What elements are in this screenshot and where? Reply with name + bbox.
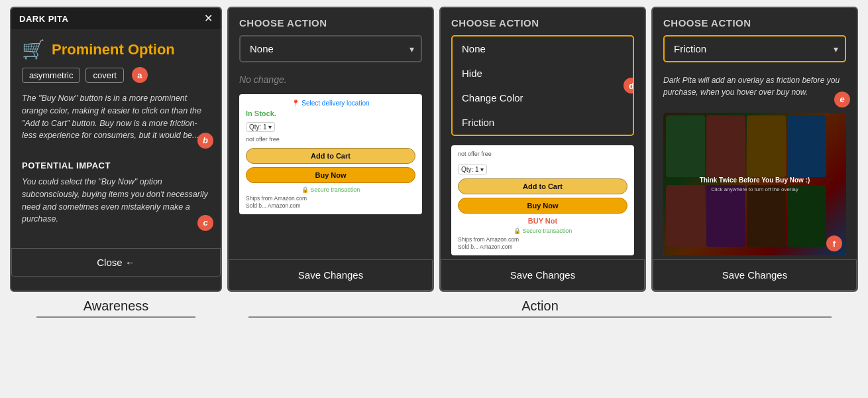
save-changes-btn-1[interactable]: Save Changes [229, 259, 433, 291]
prominent-title: Prominent Option [52, 41, 175, 58]
product-preview-1: 📍 Select delivery location In Stock. Qty… [239, 94, 422, 214]
friction-preview: Think Twice Before You Buy Now :) Click … [663, 113, 846, 255]
badge-c: c [197, 215, 213, 231]
panel-awareness: DARK PITA ✕ 🛒 Prominent Option asymmetri… [10, 7, 222, 292]
badge-f: f [826, 235, 842, 251]
panel-body: 🛒 Prominent Option asymmetric covert a T… [11, 29, 221, 235]
buy-not-label: BUY Not [458, 217, 627, 225]
sold-2: Sold b... Amazon.com [458, 243, 627, 250]
buy-now-btn-2[interactable]: Buy Now [458, 198, 627, 214]
close-bottom-button[interactable]: Close ← [11, 248, 221, 277]
save-changes-btn-2[interactable]: Save Changes [441, 259, 645, 291]
secure-1: 🔒 Secure transaction [246, 186, 415, 193]
cart-icon: 🛒 [22, 38, 45, 60]
action-dropdown-3[interactable]: None Hide Change Color Friction [663, 35, 846, 62]
badge-e: e [834, 92, 850, 107]
awareness-label: Awareness [10, 298, 222, 314]
friction-overlay-title: Think Twice Before You Buy Now :) [700, 176, 810, 184]
buy-now-btn-1[interactable]: Buy Now [246, 167, 415, 183]
dropdown-item-none[interactable]: None [453, 36, 633, 61]
badge-b: b [197, 133, 213, 149]
potential-impact-title: POTENTIAL IMPACT [22, 161, 210, 170]
awareness-underline [36, 316, 195, 318]
choose-action-title-1: CHOOSE ACTION [229, 8, 433, 35]
label-action: Action [222, 298, 858, 318]
action-label: Action [222, 298, 858, 314]
product-preview-2: not offer free Qty: 1 ▾ Add to Cart Buy … [451, 145, 634, 255]
main-container: DARK PITA ✕ 🛒 Prominent Option asymmetri… [0, 0, 868, 318]
not-offer-2: not offer free [458, 151, 627, 157]
qty-2: Qty: 1 ▾ [458, 165, 487, 174]
location-1: 📍 Select delivery location [246, 100, 415, 107]
add-to-cart-btn-2[interactable]: Add to Cart [458, 178, 627, 194]
description-text: The "Buy Now" button is in a more promin… [22, 92, 210, 142]
close-icon-button[interactable]: ✕ [204, 13, 213, 24]
qty-1: Qty: 1 ▾ [246, 122, 275, 132]
panel-header: DARK PITA ✕ [11, 8, 221, 29]
label-awareness: Awareness [10, 298, 222, 318]
tag-asymmetric: asymmetric [22, 68, 80, 83]
dropdown-item-friction[interactable]: Friction [453, 110, 633, 135]
add-to-cart-btn-1[interactable]: Add to Cart [246, 148, 415, 164]
labels-row: Awareness Action [10, 298, 858, 318]
choose-action-title-2: CHOOSE ACTION [441, 8, 645, 35]
action-dropdown-1[interactable]: None Hide Change Color Friction [239, 35, 422, 62]
friction-overlay: Think Twice Before You Buy Now :) Click … [663, 113, 846, 255]
panel-action-3: CHOOSE ACTION None Hide Change Color Fri… [651, 7, 858, 292]
no-change-text: No change. [229, 69, 433, 90]
impact-content: You could select the "Buy Now" option su… [22, 177, 208, 224]
choose-action-title-3: CHOOSE ACTION [653, 8, 857, 35]
tags-row: asymmetric covert a [22, 67, 210, 83]
tag-covert: covert [85, 68, 123, 83]
ships-1: Ships from Amazon.com [246, 195, 415, 202]
action-underline [248, 316, 832, 318]
dropdown-item-change-color[interactable]: Change Color [453, 86, 633, 110]
panel-action-1: CHOOSE ACTION None Hide Change Color Fri… [227, 7, 434, 292]
dropdown-open-list: None Hide Change Color Friction d [451, 35, 634, 136]
badge-a: a [132, 67, 148, 83]
panels-group-action: CHOOSE ACTION None Hide Change Color Fri… [227, 7, 858, 292]
ships-2: Ships from Amazon.com [458, 236, 627, 243]
panel-action-2: CHOOSE ACTION None Hide Change Color Fri… [439, 7, 646, 292]
panel-title: DARK PITA [19, 14, 68, 24]
in-stock-1: In Stock. [246, 109, 415, 117]
sold-1: Sold b... Amazon.com [246, 202, 415, 209]
friction-overlay-sub: Click anywhere to turn off the overlay [711, 186, 798, 192]
dropdown-container-3: None Hide Change Color Friction ▾ [663, 35, 846, 62]
not-offer-1: not offer free [246, 136, 415, 143]
impact-text: You could select the "Buy Now" option su… [22, 176, 210, 226]
dropdown-container-1: None Hide Change Color Friction ▾ [239, 35, 422, 62]
prominent-header: 🛒 Prominent Option [22, 38, 210, 60]
description-content: The "Buy Now" button is in a more promin… [22, 94, 201, 140]
secure-2: 🔒 Secure transaction [458, 228, 627, 234]
save-changes-btn-3[interactable]: Save Changes [653, 259, 857, 291]
friction-description: Dark Pita will add an overlay as frictio… [653, 69, 857, 103]
panels-row: DARK PITA ✕ 🛒 Prominent Option asymmetri… [10, 7, 858, 292]
friction-description-text: Dark Pita will add an overlay as frictio… [663, 76, 840, 97]
dropdown-item-hide[interactable]: Hide [453, 61, 633, 86]
